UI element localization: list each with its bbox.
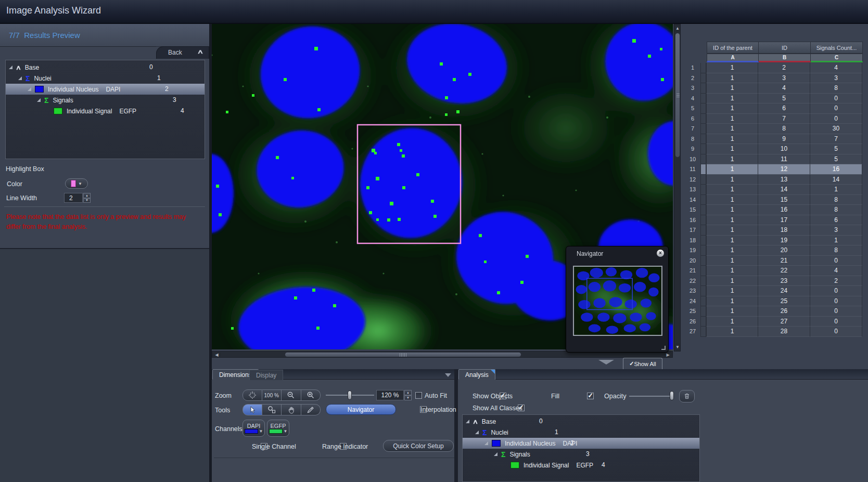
opacity-slider[interactable] [629, 396, 674, 397]
table-row[interactable]: 91105 [685, 144, 862, 154]
chevron-up-icon[interactable]: ∧ [197, 48, 204, 55]
column-header[interactable]: ID [759, 42, 811, 54]
channel-dapi-button[interactable]: DAPI ▼ [242, 420, 265, 437]
stepper-up-icon[interactable]: ▲ [83, 193, 91, 198]
channel-egfp-button[interactable]: EGFP ▼ [267, 420, 289, 437]
table-row[interactable]: 211224 [685, 266, 862, 276]
zoom-100-button[interactable]: 100 % [262, 389, 282, 401]
zoom-slider-handle[interactable] [348, 390, 352, 400]
tab-display[interactable]: Display [249, 370, 283, 380]
chevron-down-icon[interactable]: ▼ [284, 429, 288, 434]
close-icon[interactable]: × [657, 250, 664, 257]
table-row[interactable]: 1124 [685, 63, 862, 73]
quick-color-setup-button[interactable]: Quick Color Setup [383, 440, 454, 452]
back-button[interactable]: Back ∧ [156, 46, 209, 59]
zoom-stepper[interactable]: ▲▼ [404, 390, 412, 400]
table-row[interactable]: 71830 [685, 124, 862, 134]
table-row[interactable]: 1211314 [685, 175, 862, 185]
table-row[interactable]: 141158 [685, 195, 862, 205]
scroll-down-icon[interactable]: ▼ [675, 344, 680, 350]
table-row[interactable]: 3148 [685, 83, 862, 94]
navigator-thumbnail[interactable] [573, 266, 662, 336]
table-row[interactable]: 201210 [685, 256, 862, 266]
class-tree: ∧Base0ΣNuclei1Individual NucleusDAPI2ΣSi… [5, 60, 205, 159]
table-row[interactable]: 1111216 [685, 164, 862, 175]
zoom-out-button[interactable] [282, 389, 301, 401]
delete-objects-button[interactable] [679, 390, 695, 402]
column-letter[interactable]: B [759, 54, 811, 62]
zoom-fit-button[interactable] [242, 389, 262, 401]
table-row[interactable]: 191208 [685, 245, 862, 256]
expander-icon[interactable] [9, 66, 12, 69]
scroll-left-icon[interactable]: ◀ [213, 352, 221, 357]
viewer-v-scrollbar[interactable]: ▲ ▼ [674, 24, 681, 351]
table-row[interactable]: 271280 [685, 327, 862, 337]
column-letter[interactable]: A [707, 54, 759, 62]
expander-icon[interactable] [28, 87, 31, 91]
opacity-slider-handle[interactable] [670, 391, 674, 400]
zoom-button-group: 100 % [242, 389, 321, 401]
column-letter[interactable]: C [811, 54, 863, 62]
expander-icon[interactable] [37, 98, 41, 102]
highlight-color-dropdown[interactable]: ▼ [65, 178, 88, 189]
class-tree-row[interactable]: ΣNuclei1 [6, 73, 205, 84]
class-tree-row[interactable]: Individual NucleusDAPI2 [6, 84, 205, 95]
scroll-up-icon[interactable]: ▲ [675, 25, 680, 32]
table-row[interactable]: 221232 [685, 276, 862, 286]
auto-fit-checkbox[interactable] [415, 392, 422, 399]
table-row[interactable]: 6170 [685, 114, 862, 124]
class-tree-row[interactable]: ΣNuclei1 [463, 427, 699, 438]
line-width-input[interactable]: 2 [64, 193, 83, 203]
line-width-stepper[interactable]: ▲ ▼ [83, 193, 91, 203]
table-row[interactable]: 161176 [685, 215, 862, 226]
class-tree-row[interactable]: Individual NucleusDAPI2 [463, 438, 699, 449]
table-row[interactable]: 171183 [685, 225, 862, 236]
expander-icon[interactable] [494, 452, 497, 456]
expander-icon[interactable] [475, 431, 479, 434]
scroll-right-icon[interactable]: ▶ [664, 352, 672, 357]
zoom-value-input[interactable]: 120 % [376, 390, 404, 400]
class-tree-row[interactable]: ∧Base0 [463, 416, 699, 427]
h-scroll-thumb[interactable] [285, 352, 521, 357]
class-tree-row[interactable]: ∧Base0 [6, 62, 205, 73]
table-row[interactable]: 151168 [685, 205, 862, 215]
collapse-panel-icon[interactable] [598, 360, 614, 364]
chevron-down-icon[interactable] [445, 373, 451, 377]
navigator-window[interactable]: Navigator × [566, 246, 669, 353]
opacity-label: Opacity [604, 393, 626, 400]
resize-grip[interactable] [661, 346, 666, 350]
show-all-tab[interactable]: ✓Show All [623, 358, 662, 369]
pan-tool-button[interactable] [282, 404, 301, 415]
class-tree-row[interactable]: ΣSignals3 [463, 449, 699, 460]
table-row[interactable]: 101115 [685, 154, 862, 165]
table-row[interactable]: 181191 [685, 236, 862, 246]
expander-icon[interactable] [484, 441, 488, 445]
table-row[interactable]: 2133 [685, 73, 862, 84]
class-tree-row[interactable]: Individual SignalEGFP4 [463, 460, 699, 471]
v-scroll-thumb[interactable] [675, 33, 680, 158]
cursor-tool-button[interactable] [242, 404, 262, 415]
navigator-button[interactable]: Navigator [326, 404, 396, 415]
zoom-in-button[interactable] [301, 389, 321, 401]
chevron-down-icon[interactable]: ▼ [259, 429, 263, 434]
stepper-down-icon[interactable]: ▼ [83, 198, 91, 203]
table-row[interactable]: 131141 [685, 185, 862, 195]
table-row[interactable]: 4150 [685, 94, 862, 104]
table-row[interactable]: 231240 [685, 286, 862, 296]
class-label: Individual Nucleus [48, 86, 98, 93]
fill-checkbox[interactable] [587, 393, 594, 399]
table-row[interactable]: 8197 [685, 134, 862, 145]
class-tree-row[interactable]: ΣSignals3 [6, 95, 205, 106]
expander-icon[interactable] [466, 420, 469, 423]
column-header[interactable]: ID of the parent [707, 42, 759, 54]
table-row[interactable]: 251260 [685, 306, 862, 317]
table-row[interactable]: 261270 [685, 317, 862, 327]
table-row[interactable]: 5160 [685, 103, 862, 114]
tab-analysis[interactable]: Analysis [458, 369, 495, 380]
table-row[interactable]: 241250 [685, 296, 862, 307]
class-tree-row[interactable]: Individual SignalEGFP4 [6, 106, 205, 116]
expander-icon[interactable] [18, 76, 22, 80]
column-header[interactable]: Signals Count... [811, 42, 863, 54]
zoom-region-tool-button[interactable] [262, 404, 282, 415]
pipette-tool-button[interactable] [301, 404, 321, 415]
